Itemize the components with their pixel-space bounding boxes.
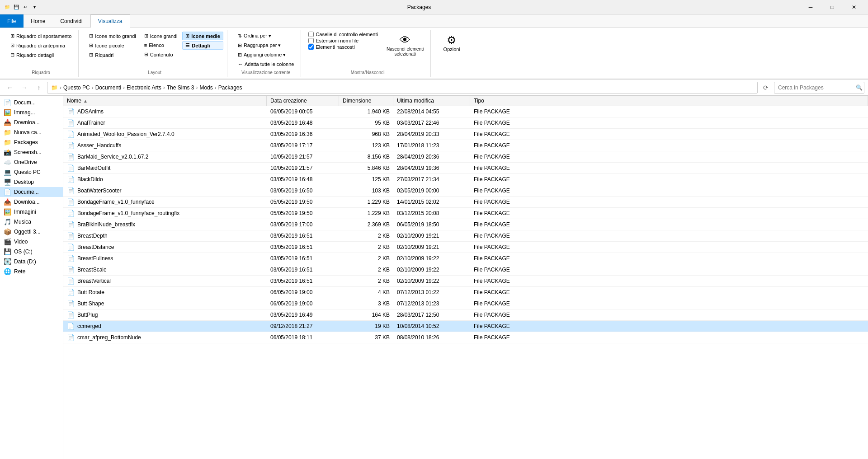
- col-header-name[interactable]: Nome▲: [63, 96, 267, 106]
- table-row[interactable]: 📄 Assser_Handcuffs 03/05/2019 17:17 123 …: [63, 140, 868, 151]
- icon-content: ⊟: [144, 52, 148, 57]
- table-row[interactable]: 📄 BreastScale 03/05/2019 16:51 2 KB 02/1…: [63, 264, 868, 276]
- chk-estensioni[interactable]: Estensioni nomi file: [308, 38, 378, 43]
- chk-caselle-input[interactable]: [308, 32, 314, 37]
- up-button[interactable]: ↑: [33, 81, 45, 94]
- path-packages[interactable]: Packages: [218, 84, 242, 91]
- sidebar-item-17[interactable]: 🌐 Rete: [0, 267, 63, 276]
- table-row[interactable]: 📄 cmar_afpreg_BottomNude 06/05/2019 18:1…: [63, 332, 868, 343]
- table-row[interactable]: 📄 BoatWaterScooter 03/05/2019 16:50 103 …: [63, 185, 868, 197]
- sidebar-item-14[interactable]: 🎬 Video: [0, 237, 63, 247]
- table-row[interactable]: 📄 ccmerged 09/12/2018 21:27 19 KB 10/08/…: [63, 321, 868, 332]
- table-row[interactable]: 📄 BreastDepth 03/05/2019 16:51 2 KB 02/1…: [63, 230, 868, 242]
- btn-aggiungi-colonne[interactable]: ⊞ Aggiungi colonne ▾: [235, 51, 297, 59]
- table-row[interactable]: 📄 BarMaidOutfit 10/05/2019 21:57 5.846 K…: [63, 163, 868, 174]
- sidebar-item-12[interactable]: 🎵 Musica: [0, 217, 63, 227]
- btn-riquadri[interactable]: ⊞ Riquadri: [86, 51, 139, 59]
- table-row[interactable]: 📄 BreastDistance 03/05/2019 16:51 2 KB 0…: [63, 242, 868, 253]
- maximize-button[interactable]: □: [822, 0, 843, 14]
- tab-home[interactable]: Home: [24, 14, 53, 28]
- btn-adatta-colonne[interactable]: ↔ Adatta tutte le colonne: [235, 60, 297, 68]
- btn-icone-piccole[interactable]: ⊞ Icone piccole: [86, 41, 139, 50]
- tab-visualizza[interactable]: Visualizza: [90, 14, 130, 28]
- file-icon: 📄: [67, 266, 75, 273]
- btn-icone-medie[interactable]: ⊞ Icone medie: [182, 32, 223, 40]
- col-header-date[interactable]: Data creazione: [267, 96, 339, 106]
- table-row[interactable]: 📄 Animated_WooHoo_Passion_Ver2.7.4.0 03/…: [63, 129, 868, 140]
- path-questo-pc[interactable]: Questo PC: [63, 84, 90, 91]
- sidebar-item-1[interactable]: 🖼️ Immag...: [0, 108, 63, 117]
- btn-ordina-per[interactable]: ⇅ Ordina per ▾: [235, 32, 297, 40]
- quick-access-undo[interactable]: ↩: [22, 4, 29, 11]
- table-row[interactable]: 📄 ButtPlug 03/05/2019 16:49 164 KB 28/03…: [63, 309, 868, 321]
- address-path[interactable]: 📁 › Questo PC › Documenti › Electronic A…: [47, 82, 758, 94]
- sidebar-item-0[interactable]: 📄 Docum...: [0, 98, 63, 108]
- sidebar-item-10[interactable]: 📥 Downloa...: [0, 197, 63, 207]
- sidebar-item-4[interactable]: 📁 Packages: [0, 137, 63, 147]
- sidebar-item-9[interactable]: 📄 Docume...: [0, 187, 63, 197]
- table-row[interactable]: 📄 ADSAnims 06/05/2019 00:05 1.940 KB 22/…: [63, 106, 868, 117]
- quick-access-dropdown[interactable]: ▾: [31, 4, 38, 11]
- file-created: 03/05/2019 16:49: [267, 310, 339, 320]
- table-row[interactable]: 📄 BlackDildo 03/05/2019 16:48 125 KB 27/…: [63, 174, 868, 185]
- table-row[interactable]: 📄 AnalTrainer 03/05/2019 16:48 95 KB 03/…: [63, 117, 868, 129]
- btn-contenuto[interactable]: ⊟ Contenuto: [141, 50, 181, 59]
- table-row[interactable]: 📄 BondageFrame_v1.0_funnyface_routingfix…: [63, 208, 868, 219]
- btn-nascondi-selezionati[interactable]: 👁 Nascondi elementiselezionati: [383, 32, 427, 59]
- btn-dettagli[interactable]: ☰ Dettagli: [182, 41, 223, 50]
- riquadro-group-label: Riquadro: [7, 68, 75, 75]
- file-name: BraBikiniNude_breastfix: [77, 221, 135, 228]
- chk-nascosti-input[interactable]: [308, 44, 314, 50]
- btn-icone-grandi[interactable]: ⊞ Icone grandi: [141, 32, 181, 40]
- sidebar-item-13[interactable]: 📦 Oggetti 3...: [0, 227, 63, 237]
- sidebar-item-7[interactable]: 💻 Questo PC: [0, 167, 63, 177]
- col-header-type[interactable]: Tipo: [470, 96, 868, 106]
- file-icon: 📄: [67, 244, 75, 251]
- search-input[interactable]: [774, 82, 864, 94]
- sidebar-item-2[interactable]: 📥 Downloa...: [0, 117, 63, 127]
- btn-elenco[interactable]: ≡ Elenco: [141, 41, 181, 49]
- label-icone-molto-grandi: Icone molto grandi: [95, 33, 136, 39]
- sidebar-item-6[interactable]: ☁️ OneDrive: [0, 157, 63, 167]
- btn-riquadro-dettagli[interactable]: ⊟ Riquadro dettagli: [7, 51, 75, 59]
- label-icone-medie: Icone medie: [191, 33, 220, 39]
- label-contenuto: Contenuto: [150, 52, 173, 57]
- chk-caselle-controllo[interactable]: Caselle di controllo elementi: [308, 32, 378, 37]
- table-row[interactable]: 📄 Butt Rotate 06/05/2019 19:00 4 KB 07/1…: [63, 287, 868, 298]
- chk-elementi-nascosti[interactable]: Elementi nascosti: [308, 44, 378, 50]
- path-mods[interactable]: Mods: [199, 84, 212, 91]
- forward-button[interactable]: →: [18, 81, 31, 94]
- sidebar-item-11[interactable]: 🖼️ Immagini: [0, 207, 63, 217]
- tab-file[interactable]: File: [0, 14, 24, 28]
- table-row[interactable]: 📄 BarMaid_Service_v2.0.1.67.2 10/05/2019…: [63, 151, 868, 163]
- close-button[interactable]: ✕: [844, 0, 864, 14]
- col-header-modified[interactable]: Ultima modifica: [393, 96, 470, 106]
- sidebar-item-3[interactable]: 📁 Nuova ca...: [0, 127, 63, 137]
- btn-icone-molto-grandi[interactable]: ⊞ Icone molto grandi: [86, 32, 139, 40]
- table-row[interactable]: 📄 BreastVertical 03/05/2019 16:51 2 KB 0…: [63, 276, 868, 287]
- sidebar-item-15[interactable]: 💾 OS (C:): [0, 247, 63, 257]
- file-name-cell: 📄 BoatWaterScooter: [63, 185, 267, 196]
- table-row[interactable]: 📄 BreastFullness 03/05/2019 16:51 2 KB 0…: [63, 253, 868, 264]
- btn-opzioni[interactable]: ⚙ Opzioni: [438, 32, 465, 54]
- table-row[interactable]: 📄 BraBikiniNude_breastfix 03/05/2019 17:…: [63, 219, 868, 230]
- btn-raggruppa-per[interactable]: ⊞ Raggruppa per ▾: [235, 41, 297, 50]
- chk-estensioni-input[interactable]: [308, 38, 314, 43]
- table-row[interactable]: 📄 Butt Shape 06/05/2019 19:00 3 KB 07/12…: [63, 298, 868, 309]
- sidebar-item-8[interactable]: 🖥️ Desktop: [0, 177, 63, 187]
- file-modified: 02/05/2019 00:00: [393, 186, 470, 196]
- table-row[interactable]: 📄 BondageFrame_v1.0_funnyface 05/05/2019…: [63, 197, 868, 208]
- sidebar-item-16[interactable]: 💽 Data (D:): [0, 257, 63, 267]
- minimize-button[interactable]: ─: [800, 0, 821, 14]
- path-the-sims-3[interactable]: The Sims 3: [167, 84, 194, 91]
- tab-condividi[interactable]: Condividi: [53, 14, 90, 28]
- refresh-button[interactable]: ⟳: [760, 81, 772, 94]
- quick-access-save[interactable]: 💾: [13, 4, 20, 11]
- btn-riquadro-spostamento[interactable]: ⊞ Riquadro di spostamento: [7, 32, 75, 40]
- sidebar-item-5[interactable]: 📸 Screensh...: [0, 147, 63, 157]
- col-header-size[interactable]: Dimensione: [339, 96, 393, 106]
- btn-riquadro-anteprima[interactable]: ⊡ Riquadro di anteprima: [7, 41, 75, 50]
- path-documenti[interactable]: Documenti: [95, 84, 121, 91]
- back-button[interactable]: ←: [4, 81, 16, 94]
- path-electronic-arts[interactable]: Electronic Arts: [127, 84, 161, 91]
